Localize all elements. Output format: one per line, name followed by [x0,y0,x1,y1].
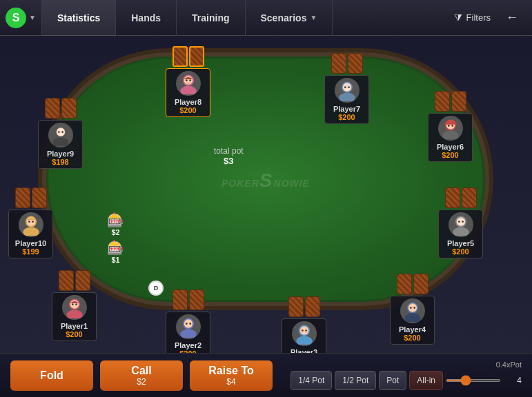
svg-point-26 [413,307,415,309]
player3-avatar [292,321,317,346]
svg-rect-27 [411,314,414,316]
player-slot-player1: Player1 $200 [52,270,97,341]
allin-button[interactable]: All-in [409,371,443,390]
svg-rect-14 [444,123,457,125]
player1-chips: $200 [58,330,90,338]
player1-info: Player1 $200 [52,292,97,341]
player9-avatar [48,123,73,147]
player5-name: Player5 [444,239,477,247]
player7-info: Player7 $200 [324,75,369,124]
card [189,289,204,310]
card [75,270,90,291]
card [305,296,320,317]
filter-button[interactable]: ⧩ Filters [446,9,499,26]
svg-point-42 [75,303,77,305]
fold-button[interactable]: Fold [10,360,93,391]
nav-bar: Statistics Hands Training Scenarios ▼ [41,0,446,36]
svg-point-9 [348,86,350,88]
player8-info: Player8 $200 [166,68,210,117]
svg-point-41 [72,303,74,305]
filter-icon: ⧩ [454,12,462,23]
raise-amount: $4 [226,377,235,387]
pot-slider-value: 4 [504,376,522,385]
player-slot-player4: Player4 $200 [390,274,435,345]
card [348,53,363,74]
svg-point-52 [61,131,63,133]
svg-point-35 [184,319,192,327]
player4-avatar [400,298,425,323]
player3-cards [288,296,320,317]
card [462,187,477,208]
svg-point-15 [448,125,450,127]
svg-point-16 [451,125,453,127]
player5-cards [445,187,477,208]
raise-button[interactable]: Raise To $4 [190,360,273,391]
chip-icon-2: 🎰 [107,239,124,256]
svg-point-24 [408,303,416,312]
player6-cards [435,91,466,112]
call-button[interactable]: Call $2 [100,360,183,391]
scenarios-caret-icon: ▼ [310,14,317,21]
back-button[interactable]: ← [499,8,525,28]
svg-point-11 [442,131,458,139]
card [445,187,460,208]
pot-slider[interactable] [446,379,501,382]
nav-item-training[interactable]: Training [177,0,245,36]
avatar-male-old2-icon [450,214,472,236]
player-slot-player7: Player7 $200 [324,53,369,124]
player-slot-player8: Player8 $200 [166,46,210,117]
bet-chip-1: 🎰 $2 [107,212,124,236]
nav-item-hands[interactable]: Hands [116,0,177,36]
player5-avatar [449,212,473,237]
game-area: POKERSNOWIE total pot $3 D 🎰 $2 🎰 $1 [0,36,532,353]
table-logo: POKERSNOWIE [221,167,310,192]
avatar-male3-icon [177,316,199,338]
card [59,270,74,291]
card [451,91,466,112]
player10-name: Player10 [14,239,47,247]
player9-name: Player9 [44,150,77,158]
pot-row: 1/4 Pot 1/2 Pot Pot All-in 4 [290,371,522,390]
player2-avatar [176,314,201,339]
pot-info: total pot $3 [214,146,244,166]
player6-avatar [438,116,463,141]
pot-slider-container: 4 [446,376,522,385]
chip-icon-1: 🎰 [107,212,124,228]
pot-size-controls: 0.4xPot 1/4 Pot 1/2 Pot Pot All-in 4 [290,360,522,390]
player7-name: Player7 [331,105,363,113]
player8-chips: $200 [172,106,204,114]
bet-chip-2: 🎰 $1 [107,239,124,264]
logo-icon: S [6,8,26,28]
nav-item-statistics[interactable]: Statistics [41,0,116,36]
avatar-male4-icon [50,124,72,146]
player2-info: Player2 $200 [166,312,210,353]
pot-button[interactable]: Pot [379,371,406,390]
dealer-chip: D [148,281,164,296]
player3-info: Player3 $200 [282,318,326,353]
svg-point-47 [32,221,34,223]
nav-item-scenarios[interactable]: Scenarios ▼ [246,0,333,36]
player6-chips: $200 [434,151,466,159]
table-inner: POKERSNOWIE [46,57,485,302]
player4-cards [397,274,428,294]
header-right: ⧩ Filters ← [446,8,532,28]
svg-point-39 [66,310,82,318]
player1-avatar [62,295,87,320]
player6-info: Player6 $200 [428,113,473,162]
quarter-pot-button[interactable]: 1/4 Pot [290,371,332,390]
player2-cards [173,289,204,310]
half-pot-button[interactable]: 1/2 Pot [335,371,376,390]
svg-point-51 [58,131,60,133]
logo-area[interactable]: S ▼ [0,8,41,28]
card [61,98,77,119]
card [435,91,450,112]
pot-amount: $3 [214,156,244,166]
svg-point-32 [305,329,307,332]
player-slot-player3: Player3 $200 [282,296,326,353]
player1-name: Player1 [58,322,90,330]
svg-point-8 [344,86,346,88]
svg-point-46 [28,221,30,223]
card [173,46,188,67]
pot-multiplier-label: 0.4xPot [496,360,522,369]
player-slot-player6: Player6 $200 [428,91,473,162]
